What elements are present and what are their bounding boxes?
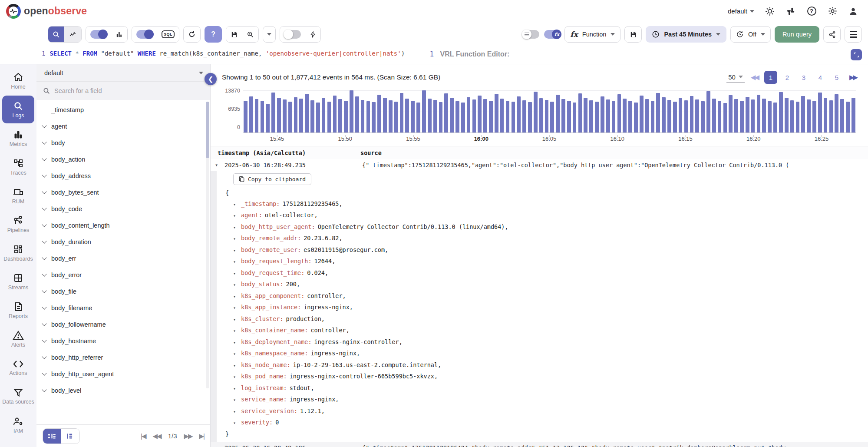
query-help-button[interactable]: ? <box>205 26 222 43</box>
fields-scrollbar[interactable] <box>206 102 209 388</box>
field-view-tree-button[interactable] <box>61 429 79 444</box>
org-selector[interactable]: default <box>728 7 754 15</box>
chevron-down-icon[interactable] <box>42 222 46 227</box>
field-item[interactable]: body_level <box>36 382 210 399</box>
sidebar-item-iam[interactable]: IAM <box>2 411 34 439</box>
auto-refresh-select[interactable]: Off <box>730 26 771 43</box>
saved-views-search-button[interactable] <box>242 26 258 42</box>
run-query-button[interactable]: Run query <box>775 26 819 43</box>
json-field-row[interactable]: ▾body_http_user_agent: OpenTelemetry Col… <box>223 222 868 233</box>
field-item[interactable]: body_action <box>36 151 210 168</box>
chevron-down-icon[interactable] <box>42 255 46 260</box>
saved-views-dropdown[interactable] <box>263 26 276 43</box>
chevron-down-icon[interactable] <box>42 156 46 161</box>
sidebar-item-metrics[interactable]: Metrics <box>2 124 34 152</box>
field-item[interactable]: body_bytes_sent <box>36 184 210 201</box>
function-select[interactable]: fx Function <box>564 26 620 43</box>
chart-mode-button[interactable] <box>64 26 81 42</box>
json-field-row[interactable]: ▾service_name: ingress-nginx, <box>223 394 868 406</box>
json-field-row[interactable]: ▾k8s_app_instance: ingress-nginx, <box>223 302 868 314</box>
sql-editor[interactable]: 1SELECT * FROM "default" WHERE re_match(… <box>0 46 424 64</box>
collapse-fields-panel-button[interactable]: ❮ <box>205 73 217 85</box>
settings-gear-icon[interactable] <box>827 6 838 17</box>
chevron-down-icon[interactable] <box>42 387 46 392</box>
field-item[interactable]: body_http_user_agent <box>36 366 210 382</box>
next-pages-button[interactable]: ▶▶ <box>849 73 857 81</box>
save-view-button[interactable] <box>226 26 242 42</box>
page-number-button[interactable]: 5 <box>830 71 843 84</box>
sidebar-item-logs[interactable]: Logs <box>2 96 34 123</box>
chevron-down-icon[interactable] <box>42 205 46 210</box>
field-item[interactable]: body_error <box>36 267 210 283</box>
json-field-row[interactable]: ▾agent: otel-collector, <box>223 210 868 222</box>
json-field-row[interactable]: ▾k8s_namespace_name: ingress-nginx, <box>223 348 868 360</box>
json-field-row[interactable]: ▾body_request_time: 0.024, <box>223 268 868 279</box>
vrl-function-editor[interactable]: 1 VRL Function Editor: <box>424 46 868 64</box>
prev-pages-button[interactable]: ◀◀ <box>751 73 758 81</box>
wrap-lines-toggle[interactable] <box>523 30 539 39</box>
field-item[interactable]: body_http_referrer <box>36 349 210 366</box>
json-field-row[interactable]: ▾service_version: 1.12.1, <box>223 406 868 417</box>
chevron-down-icon[interactable] <box>42 288 46 293</box>
table-row[interactable]: ▾ 2025-06-30 16:28:49.235 {"_timestamp":… <box>211 159 868 171</box>
reset-filters-button[interactable] <box>183 26 201 43</box>
save-function-button[interactable] <box>624 26 642 43</box>
field-item[interactable]: body_followername <box>36 316 210 333</box>
histogram-toggle[interactable] <box>86 26 111 42</box>
field-item[interactable]: body_file <box>36 283 210 300</box>
user-avatar-icon[interactable] <box>848 6 858 17</box>
sidebar-item-actions[interactable]: Actions <box>2 354 34 381</box>
field-item[interactable]: body_code <box>36 201 210 217</box>
search-mode-button[interactable] <box>48 26 64 42</box>
page-number-button[interactable]: 3 <box>797 71 810 84</box>
chart-plot-area[interactable] <box>243 90 856 133</box>
json-field-row[interactable]: ▾k8s_cluster: production, <box>223 314 868 325</box>
sidebar-item-alerts[interactable]: Alerts <box>2 325 34 353</box>
field-item[interactable]: _timestamp <box>36 102 210 118</box>
json-field-row[interactable]: ▾body_remote_addr: 20.23.6.82, <box>223 233 868 245</box>
json-field-row[interactable]: ▾body_remote_user: es02011915@prosegur.c… <box>223 245 868 256</box>
quick-mode-toggle[interactable] <box>280 26 305 42</box>
json-field-row[interactable]: ▾_timestamp: 1751281129235465, <box>223 199 868 210</box>
field-item[interactable]: body_content_length <box>36 217 210 234</box>
field-item[interactable]: body <box>36 135 210 151</box>
last-page-button[interactable]: ▶| <box>199 432 204 440</box>
sidebar-item-reports[interactable]: Reports <box>2 296 34 324</box>
json-field-row[interactable]: ▾k8s_deployment_name: ingress-nginx-cont… <box>223 337 868 348</box>
field-item[interactable]: body_duration <box>36 234 210 250</box>
first-page-button[interactable]: |◀ <box>141 432 145 440</box>
json-field-row[interactable]: ▾body_request_length: 12644, <box>223 256 868 268</box>
json-field-row[interactable]: ▾severity: 0 <box>223 417 868 429</box>
time-range-picker[interactable]: Past 45 Minutes <box>646 26 726 43</box>
field-item[interactable]: body_address <box>36 168 210 184</box>
chevron-down-icon[interactable] <box>42 123 46 128</box>
chevron-down-icon[interactable] <box>42 238 46 243</box>
chevron-down-icon[interactable] <box>42 321 46 326</box>
share-button[interactable] <box>823 26 841 43</box>
field-item[interactable]: body_filename <box>36 300 210 316</box>
sidebar-item-data-sources[interactable]: Data sources <box>2 382 34 410</box>
json-field-row[interactable]: ▾k8s_container_name: controller, <box>223 325 868 337</box>
function-toggle[interactable]: fx <box>544 30 561 39</box>
sidebar-item-dashboards[interactable]: Dashboards <box>2 239 34 267</box>
stream-selector[interactable]: default <box>36 64 210 82</box>
chevron-down-icon[interactable] <box>42 354 46 359</box>
field-search-input[interactable] <box>54 87 204 94</box>
rows-per-page-select[interactable]: 50 <box>726 73 745 83</box>
menu-button[interactable] <box>845 26 862 43</box>
chevron-down-icon[interactable] <box>42 371 46 375</box>
chevron-down-icon[interactable]: ▾ <box>215 162 222 168</box>
chevron-down-icon[interactable] <box>42 338 46 342</box>
chevron-down-icon[interactable] <box>42 139 46 144</box>
help-icon[interactable]: ? <box>806 6 817 17</box>
expand-editor-button[interactable] <box>851 49 862 60</box>
sql-mode-toggle[interactable] <box>132 26 157 42</box>
theme-toggle-icon[interactable] <box>765 6 775 17</box>
column-header-timestamp[interactable]: timestamp (Asia/Calcutta) <box>211 149 360 156</box>
field-item[interactable]: body_hostname <box>36 333 210 349</box>
prev-page-button[interactable]: ◀◀ <box>153 432 161 440</box>
page-number-button[interactable]: 1 <box>764 71 777 84</box>
sidebar-item-home[interactable]: Home <box>2 67 34 95</box>
sidebar-item-rum[interactable]: RUM <box>2 182 34 209</box>
json-field-row[interactable]: ▾k8s_pod_name: ingress-nginx-controller-… <box>223 371 868 383</box>
